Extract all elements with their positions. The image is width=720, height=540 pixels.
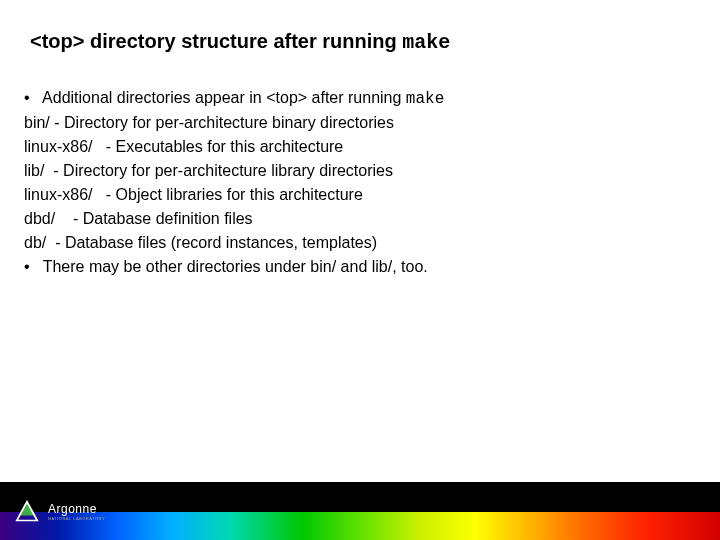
logo-name: Argonne bbox=[48, 503, 105, 515]
bullet-1-mono: make bbox=[406, 90, 444, 108]
argonne-logo: Argonne NATIONAL LABORATORY bbox=[10, 488, 130, 536]
title-text: <top> directory structure after running bbox=[30, 30, 402, 52]
body-line: linux-x86/ - Executables for this archit… bbox=[24, 135, 690, 159]
bullet-line: • Additional directories appear in <top>… bbox=[24, 86, 690, 111]
body-line: db/ - Database files (record instances, … bbox=[24, 231, 690, 255]
footer: Argonne NATIONAL LABORATORY bbox=[0, 482, 720, 540]
argonne-logo-text: Argonne NATIONAL LABORATORY bbox=[48, 503, 105, 521]
bullet-1-text: • Additional directories appear in <top>… bbox=[24, 89, 406, 106]
slide: <top> directory structure after running … bbox=[0, 0, 720, 540]
body-line: lib/ - Directory for per-architecture li… bbox=[24, 159, 690, 183]
body-line: linux-x86/ - Object libraries for this a… bbox=[24, 183, 690, 207]
slide-body: • Additional directories appear in <top>… bbox=[24, 86, 690, 279]
bullet-line: • There may be other directories under b… bbox=[24, 255, 690, 279]
argonne-logo-icon bbox=[10, 495, 44, 529]
body-line: dbd/ - Database definition files bbox=[24, 207, 690, 231]
slide-title: <top> directory structure after running … bbox=[30, 28, 690, 56]
logo-subtitle: NATIONAL LABORATORY bbox=[48, 517, 105, 521]
body-line: bin/ - Directory for per-architecture bi… bbox=[24, 111, 690, 135]
title-mono: make bbox=[402, 31, 450, 54]
